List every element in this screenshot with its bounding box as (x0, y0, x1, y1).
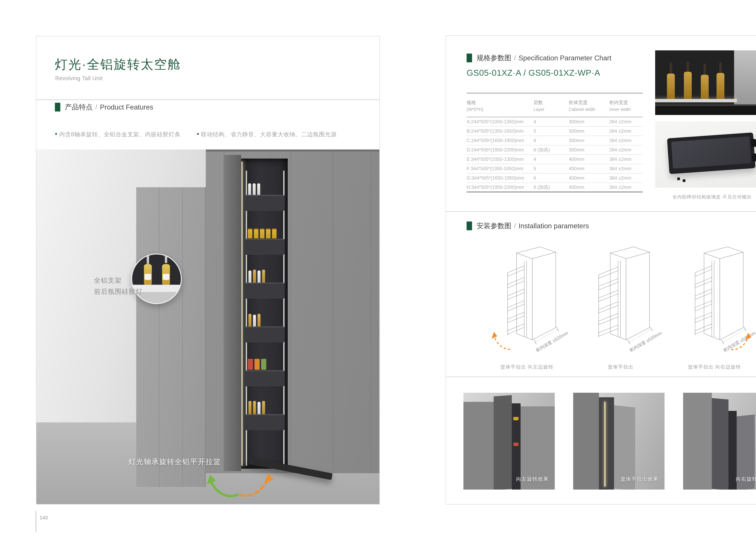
feature-item: 联动结构、省力静音、大容量大收纳、二边氛围光源 (197, 131, 336, 138)
inset-annotation-line1: 全铝支架 (94, 275, 142, 286)
feature-text: 内含8轴承旋转、全铝合金支架、内嵌硅胶灯条 (59, 131, 180, 138)
effect-photo-right: 向右旋转效果 (683, 393, 756, 489)
goods-bottles (248, 401, 265, 415)
page-subtitle: Revolving Tall Unit (55, 75, 103, 82)
diagram-caption: 篮体平拉出 (579, 364, 662, 370)
title-divider (36, 100, 379, 100)
diagram-caption: 篮体平拉出 向左边旋转 (485, 364, 569, 370)
features-heading-zh: 产品特点 (65, 102, 93, 112)
rotation-arrows-icon (189, 463, 277, 503)
table-row: E:344*505*(1050-1350)mm4 400mm364 ±2mm (467, 155, 643, 164)
feature-list: 内含8轴承旋转、全铝合金支架、内嵌硅胶灯条 联动结构、省力静音、大容量大收纳、二… (55, 131, 336, 138)
install-heading: 安装参数图 / Installation parameters (467, 221, 589, 231)
table-row: F:344*505*(1350-1650)mm5 400mm364 ±2mm (467, 164, 643, 174)
features-heading: 产品特点 / Product Features (55, 102, 153, 112)
page-number-left: 143 (40, 515, 47, 520)
left-page: 灯光·全铝旋转太空舱 Revolving Tall Unit 产品特点 / Pr… (36, 36, 380, 505)
model-code: GS05-01XZ·A / GS05-01XZ-WP·A (467, 68, 600, 78)
effect-photo-straight: 篮体平拉出效果 (573, 393, 665, 489)
effect-caption: 向左旋转效果 (516, 476, 549, 483)
feature-item: 内含8轴承旋转、全铝合金支架、内嵌硅胶灯条 (55, 131, 180, 138)
inset-annotation: 全铝支架 前后氛围硅胶灯 (94, 275, 142, 297)
goods-bottles (248, 184, 260, 196)
rotate-left-arrow-icon (494, 335, 510, 349)
heading-separator: / (514, 54, 516, 62)
spec-heading-en: Specification Parameter Chart (519, 54, 612, 62)
effect-caption: 向右旋转效果 (736, 476, 756, 483)
install-diagram-left: 柜内深度 ≥520mm (485, 243, 569, 360)
basket-caption: 全内部榫卯结构玻璃篮·不见任何螺丝 (655, 194, 756, 200)
basket-shelf (245, 283, 285, 299)
section-divider (446, 211, 756, 212)
table-row: H:344*505*(1950-2200)mm6 (加高) 400mm364 ±… (467, 183, 643, 192)
spec-heading: 规格参数图 / Specification Parameter Chart (467, 53, 611, 63)
detail-photo-bottles (655, 50, 756, 115)
features-heading-en: Product Features (100, 103, 153, 111)
opened-door-panel (224, 155, 241, 471)
main-product-photo: 全铝支架 前后氛围硅胶灯 灯光轴承旋转全铝平开拉篮 (36, 150, 379, 504)
inset-bottle (162, 264, 170, 285)
folio-rule-left (36, 511, 36, 532)
basket-shelf (245, 239, 285, 255)
install-heading-en: Installation parameters (519, 222, 589, 230)
install-diagram-right: 柜内深度 ≥520mm (673, 243, 756, 360)
effect-photo-left: 向左旋转效果 (463, 393, 555, 489)
goods-bottles (248, 270, 265, 283)
section-divider (446, 377, 756, 377)
table-row: A:244*505*(1050-1350)mm4 300mm264 ±2mm (467, 117, 643, 127)
basket-shelf (245, 370, 285, 386)
table-row: G:344*505*(1650-1950)mm6 400mm364 ±2mm (467, 174, 643, 183)
heading-separator: / (514, 222, 516, 229)
basket-shelf (245, 195, 285, 211)
basket-shelf (245, 414, 285, 430)
table-row: D:244*505*(1950-2200)mm6 (加高) 300mm264 ±… (467, 145, 643, 155)
spec-table: 规格(W*D*H) 层数Layer 柜体宽度Cabinet width 柜内宽度… (467, 97, 643, 192)
table-top-rule (467, 93, 643, 93)
bullet-dot-icon (197, 133, 199, 135)
goods-bottles (248, 314, 261, 327)
goods-cartons (248, 359, 266, 370)
bullet-dot-icon (55, 133, 57, 135)
section-marker-icon (467, 53, 472, 62)
basket-shelf (245, 326, 285, 343)
goods-cans (248, 228, 276, 238)
heading-separator: / (95, 104, 97, 111)
inset-annotation-line2: 前后氛围硅胶灯 (94, 286, 142, 297)
install-diagram-straight: 柜内深度 ≥520mm (579, 243, 662, 360)
cabinet-side-panels (136, 187, 206, 487)
page-title: 灯光·全铝旋转太空舱 (55, 56, 181, 73)
effect-caption: 篮体平拉出效果 (620, 476, 658, 483)
inset-bottle (144, 264, 152, 285)
install-heading-zh: 安装参数图 (477, 221, 511, 231)
table-row: C:244*505*(1650-1950)mm6 300mm264 ±2mm (467, 136, 643, 145)
table-row: B:244*505*(1350-1650)mm5 300mm264 ±2mm (467, 127, 643, 136)
spec-heading-zh: 规格参数图 (477, 53, 511, 63)
spec-table-header: 规格(W*D*H) 层数Layer 柜体宽度Cabinet width 柜内宽度… (467, 97, 643, 117)
led-light-strip (241, 162, 242, 466)
right-page: 规格参数图 / Specification Parameter Chart GS… (446, 35, 756, 505)
section-marker-icon (55, 103, 60, 112)
detail-photo-basket (655, 121, 756, 187)
feature-text: 联动结构、省力静音、大容量大收纳、二边氛围光源 (201, 131, 336, 138)
section-marker-icon (467, 221, 472, 230)
diagram-caption: 篮体平拉出 向右边旋转 (673, 364, 756, 370)
